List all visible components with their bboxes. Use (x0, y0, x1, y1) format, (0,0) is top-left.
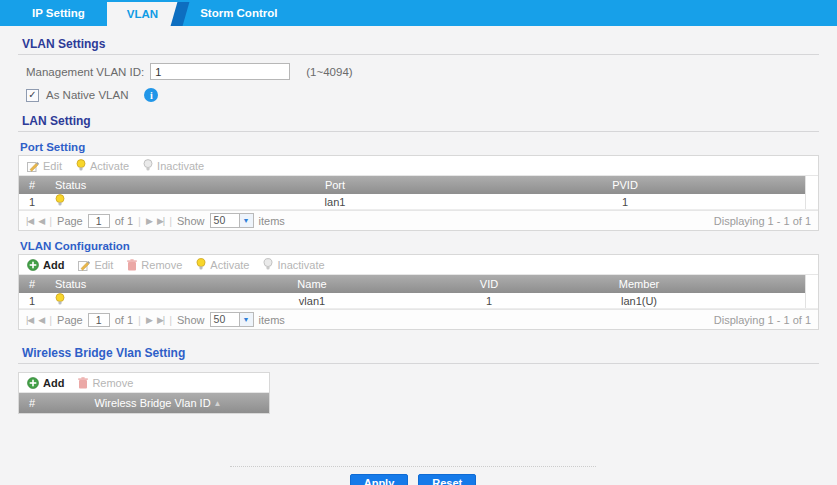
port-setting-toolbar: Edit Activate Inactivate (19, 156, 818, 176)
table-row[interactable]: 1 vlan1 1 lan1(U) (19, 293, 818, 309)
activate-button[interactable]: Activate (76, 159, 129, 172)
column-header-port[interactable]: Port (195, 179, 475, 191)
remove-label: Remove (92, 377, 133, 389)
vlan-configuration-header-row: # Status Name VID Member (19, 275, 818, 293)
row-port: lan1 (195, 196, 475, 208)
vlan-configuration-table: Add Edit Remove Activate Inactivate (18, 254, 819, 330)
inactivate-button[interactable]: Inactivate (263, 258, 324, 271)
port-setting-pagination: |◀ ◀ | Page 1 of 1 | ▶ ▶| | Show 50 ▼ it… (19, 210, 818, 230)
add-button[interactable]: Add (27, 377, 64, 389)
column-header-status[interactable]: Status (47, 278, 195, 290)
add-label: Add (43, 377, 64, 389)
next-page-button[interactable]: ▶ (146, 315, 152, 325)
vlan-configuration-pagination: |◀ ◀ | Page 1 of 1 | ▶ ▶| | Show 50 ▼ it… (19, 309, 818, 329)
remove-button[interactable]: Remove (127, 259, 182, 271)
management-vlan-id-input[interactable] (150, 63, 290, 80)
tab-vlan[interactable]: VLAN (107, 2, 178, 26)
show-items-select[interactable]: 50 ▼ (210, 312, 254, 327)
show-label: Show (177, 215, 205, 227)
displaying-count: Displaying 1 - 1 of 1 (714, 215, 811, 227)
inactivate-label: Inactivate (277, 259, 324, 271)
row-name: vlan1 (195, 295, 429, 307)
column-header-pvid[interactable]: PVID (475, 179, 775, 191)
remove-label: Remove (141, 259, 182, 271)
activate-button[interactable]: Activate (196, 258, 249, 271)
native-vlan-row: ✓ As Native VLAN i (26, 88, 819, 102)
active-bulb-icon (55, 293, 65, 306)
tab-storm-control[interactable]: Storm Control (178, 0, 299, 26)
row-number: 1 (19, 196, 47, 208)
as-native-vlan-label: As Native VLAN (46, 89, 128, 101)
vlan-configuration-toolbar: Add Edit Remove Activate Inactivate (19, 255, 818, 275)
show-label: Show (177, 314, 205, 326)
last-page-button[interactable]: ▶| (157, 216, 164, 226)
reset-button[interactable]: Reset (418, 474, 476, 485)
as-native-vlan-checkbox[interactable]: ✓ (26, 89, 39, 102)
edit-button[interactable]: Edit (27, 160, 62, 172)
checkmark-icon: ✓ (28, 90, 36, 100)
column-header-name[interactable]: Name (195, 278, 429, 290)
last-page-button[interactable]: ▶| (157, 315, 164, 325)
scrollbar-strip (805, 194, 818, 209)
remove-trash-icon (78, 377, 88, 389)
edit-button[interactable]: Edit (78, 259, 113, 271)
dropdown-arrow-icon[interactable]: ▼ (239, 313, 253, 326)
column-header-vid[interactable]: VID (429, 278, 549, 290)
port-setting-table: Edit Activate Inactivate # Status Port P… (18, 155, 819, 231)
column-header-wireless-bridge-vlan-id[interactable]: Wireless Bridge Vlan ID ▲ (47, 397, 269, 409)
activate-label: Activate (90, 160, 129, 172)
wireless-bridge-section-title: Wireless Bridge Vlan Setting (18, 342, 819, 364)
column-header-num[interactable]: # (19, 397, 47, 409)
port-setting-title: Port Setting (20, 141, 819, 153)
info-icon[interactable]: i (144, 88, 158, 102)
sort-ascending-icon: ▲ (214, 399, 222, 408)
vlan-id-range-hint: (1~4094) (306, 66, 352, 78)
management-vlan-id-label: Management VLAN ID: (26, 66, 144, 78)
inactivate-label: Inactivate (157, 160, 204, 172)
page-content: VLAN Settings Management VLAN ID: (1~409… (0, 26, 837, 485)
page-number-input[interactable]: 1 (88, 214, 110, 228)
action-footer: Apply Reset (230, 466, 596, 485)
page-label: Page (57, 314, 83, 326)
page-label: Page (57, 215, 83, 227)
dropdown-arrow-icon[interactable]: ▼ (239, 214, 253, 227)
table-row[interactable]: 1 lan1 1 (19, 194, 818, 210)
scrollbar-strip (805, 275, 818, 293)
show-items-select[interactable]: 50 ▼ (210, 213, 254, 228)
port-setting-header-row: # Status Port PVID (19, 176, 818, 194)
column-header-member[interactable]: Member (549, 278, 729, 290)
show-items-value: 50 (211, 214, 239, 227)
tab-bar: IP Setting VLAN Storm Control (0, 0, 837, 26)
lan-setting-section-title: LAN Setting (18, 110, 819, 132)
tab-ip-setting[interactable]: IP Setting (10, 0, 107, 26)
prev-page-button[interactable]: ◀ (38, 216, 44, 226)
active-bulb-icon (55, 194, 65, 207)
column-header-num[interactable]: # (19, 179, 47, 191)
row-status (47, 194, 195, 209)
displaying-count: Displaying 1 - 1 of 1 (714, 314, 811, 326)
first-page-button[interactable]: |◀ (26, 216, 33, 226)
activate-label: Activate (210, 259, 249, 271)
column-header-num[interactable]: # (19, 278, 47, 290)
edit-pencil-icon (78, 259, 90, 271)
wireless-bridge-header-row: # Wireless Bridge Vlan ID ▲ (19, 393, 269, 413)
inactivate-button[interactable]: Inactivate (143, 159, 204, 172)
row-number: 1 (19, 295, 47, 307)
remove-trash-icon (127, 259, 137, 271)
add-label: Add (43, 259, 64, 271)
row-pvid: 1 (475, 196, 775, 208)
wireless-bridge-toolbar: Add Remove (19, 373, 269, 393)
apply-button[interactable]: Apply (350, 474, 409, 485)
column-header-status[interactable]: Status (47, 179, 195, 191)
first-page-button[interactable]: |◀ (26, 315, 33, 325)
remove-button[interactable]: Remove (78, 377, 133, 389)
next-page-button[interactable]: ▶ (146, 216, 152, 226)
scrollbar-strip (805, 176, 818, 194)
row-vid: 1 (429, 295, 549, 307)
page-number-input[interactable]: 1 (88, 313, 110, 327)
active-bulb-icon (196, 258, 206, 271)
vlan-configuration-title: VLAN Configuration (20, 240, 819, 252)
vlan-settings-section-title: VLAN Settings (18, 33, 819, 55)
add-button[interactable]: Add (27, 259, 64, 271)
prev-page-button[interactable]: ◀ (38, 315, 44, 325)
